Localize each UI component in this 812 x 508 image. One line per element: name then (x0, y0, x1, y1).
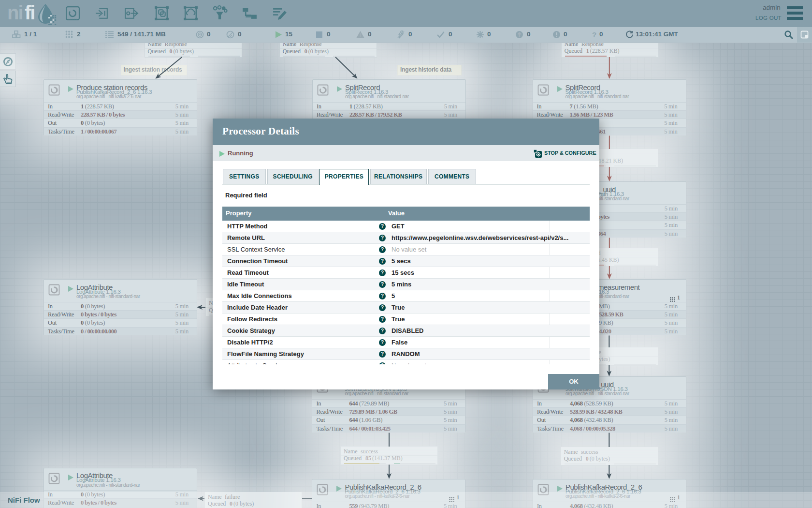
svg-text:?: ? (592, 30, 596, 39)
